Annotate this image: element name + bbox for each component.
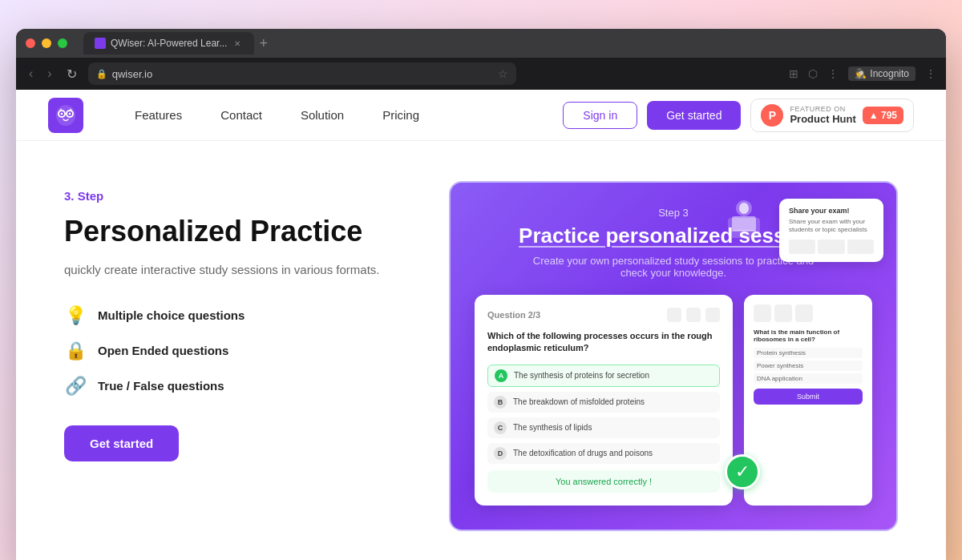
share-card-title: Share your exam! (789, 207, 874, 215)
nav-link-solution[interactable]: Solution (281, 108, 363, 122)
bookmark-icon[interactable]: ☆ (498, 67, 508, 80)
feature-text-2: True / False questions (98, 379, 224, 393)
share-card: Share your exam! Share your exam with yo… (779, 199, 883, 262)
mini-option-2[interactable]: Power synthesis (754, 361, 863, 371)
main-content: 3. Step Personalized Practice quickly cr… (16, 141, 946, 560)
quiz-question-num: Question 2/3 (487, 310, 540, 320)
main-description: quickly create interactive study session… (64, 261, 417, 280)
feature-item-2: 🔗 True / False questions (64, 376, 417, 397)
mini-card-icons (754, 304, 863, 322)
cast-icon[interactable]: ⬡ (808, 67, 818, 80)
mini-card: What is the main function of ribosomes i… (744, 295, 872, 506)
quiz-icon-3 (705, 308, 720, 322)
nav-links: Features Contact Solution Pricing (115, 108, 563, 122)
quiz-option-text-b: The breakdown of misfolded proteins (513, 397, 645, 406)
tab-favicon (95, 38, 106, 49)
quiz-option-text-d: The detoxification of drugs and poisons (513, 449, 653, 457)
cursor-icon: ↖ (756, 453, 768, 470)
ph-name: Product Hunt (790, 113, 855, 125)
browser-addressbar: ‹ › ↻ 🔒 qwiser.io ☆ ⊞ ⬡ ⋮ 🕵️ Incognito ⋮ (16, 58, 946, 90)
extensions-icon[interactable]: ⊞ (789, 67, 798, 80)
mini-icon-2 (774, 304, 792, 322)
illustration (716, 194, 772, 250)
signin-button[interactable]: Sign in (563, 102, 637, 129)
traffic-light-red[interactable] (26, 38, 35, 48)
nav-actions: Sign in Get started P FEATURED ON Produc… (563, 99, 914, 132)
quiz-layout: Question 2/3 Which of the following proc… (475, 295, 872, 506)
submit-button[interactable]: Submit (754, 389, 863, 405)
ph-logo: P (761, 104, 783, 127)
share-btn-2[interactable] (818, 240, 844, 254)
step-label: 3. Step (64, 189, 417, 203)
main-title: Personalized Practice (64, 214, 417, 248)
feature-list: 💡 Multiple choice questions 🔒 Open Ended… (64, 305, 417, 397)
quiz-card: Question 2/3 Which of the following proc… (475, 295, 733, 506)
navbar: Features Contact Solution Pricing Sign i… (16, 90, 946, 141)
quiz-option-text-a: The synthesis of proteins for secretion (514, 371, 649, 380)
share-btn-3[interactable] (847, 240, 874, 254)
traffic-light-green[interactable] (58, 38, 67, 48)
browser-tab-active[interactable]: QWiser: AI-Powered Lear... ✕ (83, 32, 254, 54)
mini-card-question: What is the main function of ribosomes i… (754, 328, 863, 343)
quiz-option-d[interactable]: D The detoxification of drugs and poison… (487, 443, 720, 464)
feature-icon-1: 🔒 (64, 340, 87, 361)
logo[interactable] (48, 98, 83, 133)
menu-dots-icon[interactable]: ⋮ (925, 67, 936, 80)
mini-icon-1 (754, 304, 771, 322)
tab-close-btn[interactable]: ✕ (232, 38, 243, 49)
quiz-option-text-c: The synthesis of lipids (513, 423, 592, 432)
back-button[interactable]: ‹ (26, 63, 36, 84)
nav-link-contact[interactable]: Contact (201, 108, 281, 122)
incognito-icon: 🕵️ (855, 68, 867, 79)
mini-option-1[interactable]: Protein synthesis (754, 348, 863, 358)
ph-votes: ▲ 795 (863, 107, 903, 124)
traffic-light-yellow[interactable] (42, 38, 51, 48)
getstarted-main-button[interactable]: Get started (64, 425, 179, 461)
correct-notice: You answered correctly ! (487, 470, 720, 493)
tab-title: QWiser: AI-Powered Lear... (111, 38, 227, 49)
quiz-option-letter-c: C (494, 421, 507, 434)
share-card-text: Share your exam with your students or to… (789, 218, 874, 235)
reload-button[interactable]: ↻ (63, 63, 80, 85)
quiz-option-letter-d: D (494, 447, 507, 460)
forward-button[interactable]: › (44, 63, 55, 84)
incognito-badge: 🕵️ Incognito (848, 66, 916, 81)
quiz-header: Question 2/3 (487, 308, 720, 322)
address-bar[interactable]: 🔒 qwiser.io ☆ (88, 62, 516, 85)
left-panel: 3. Step Personalized Practice quickly cr… (64, 181, 417, 531)
right-panel: Step 3 Practice personalized sessions Cr… (449, 181, 898, 531)
url-text: qwiser.io (112, 68, 153, 80)
feature-text-1: Open Ended questions (98, 344, 228, 357)
new-tab-button[interactable]: + (259, 35, 268, 52)
more-icon[interactable]: ⋮ (827, 67, 839, 80)
share-btn-1[interactable] (789, 240, 815, 254)
checkmark-circle: ✓ (725, 454, 760, 489)
svg-point-10 (739, 203, 749, 214)
getstarted-nav-button[interactable]: Get started (647, 101, 741, 130)
browser-toolbar-actions: ⊞ ⬡ ⋮ 🕵️ Incognito ⋮ (524, 66, 936, 81)
feature-icon-2: 🔗 (64, 376, 87, 397)
mini-icon-3 (795, 304, 813, 322)
quiz-question: Which of the following processes occurs … (487, 330, 720, 355)
address-bar-actions: ☆ (498, 67, 508, 80)
browser-titlebar: QWiser: AI-Powered Lear... ✕ + (16, 29, 946, 58)
quiz-option-b[interactable]: B The breakdown of misfolded proteins (487, 392, 720, 413)
quiz-option-c[interactable]: C The synthesis of lipids (487, 417, 720, 438)
feature-text-0: Multiple choice questions (98, 308, 245, 322)
mini-option-3[interactable]: DNA application (754, 373, 863, 384)
browser-window: QWiser: AI-Powered Lear... ✕ + ‹ › ↻ 🔒 q… (16, 29, 946, 560)
feature-icon-0: 💡 (64, 305, 87, 326)
mini-options: Protein synthesis Power synthesis DNA ap… (754, 348, 863, 384)
svg-point-7 (69, 112, 71, 115)
quiz-option-letter-b: B (494, 396, 507, 409)
tab-bar: QWiser: AI-Powered Lear... ✕ + (83, 32, 936, 54)
quiz-option-a[interactable]: A The synthesis of proteins for secretio… (487, 365, 720, 387)
product-hunt-badge[interactable]: P FEATURED ON Product Hunt ▲ 795 (750, 99, 914, 132)
nav-link-features[interactable]: Features (115, 108, 201, 122)
ph-featured-label: FEATURED ON (790, 105, 855, 113)
logo-icon (48, 98, 83, 133)
quiz-icon-2 (686, 308, 701, 322)
quiz-option-letter-a: A (495, 369, 507, 382)
feature-item-1: 🔒 Open Ended questions (64, 340, 417, 361)
nav-link-pricing[interactable]: Pricing (363, 108, 439, 122)
